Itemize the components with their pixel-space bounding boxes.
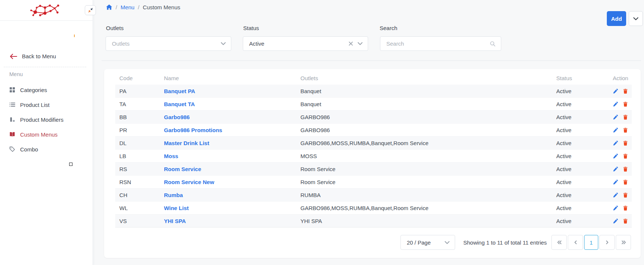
cell-status: Active	[552, 163, 609, 176]
edit-icon[interactable]	[613, 166, 618, 172]
delete-icon[interactable]	[623, 192, 628, 198]
menu-name-link[interactable]: Room Service	[164, 166, 201, 172]
table-row: LB Moss MOSS Active	[115, 150, 632, 163]
edit-icon[interactable]	[613, 114, 618, 120]
cell-code: VS	[115, 215, 160, 228]
delete-icon[interactable]	[623, 166, 628, 172]
sidebar-item-custom-menus[interactable]: Custom Menus	[0, 127, 93, 142]
menu-name-link[interactable]: Wine List	[164, 205, 189, 211]
cell-status: Active	[552, 189, 609, 202]
orange-tick	[74, 35, 75, 37]
table-row: VS YHI SPA YHI SPA Active	[115, 215, 632, 228]
clear-icon[interactable]	[349, 42, 353, 46]
cell-outlets: MOSS	[296, 150, 552, 163]
edit-icon[interactable]	[613, 205, 618, 211]
menu-name-link[interactable]: Banquet TA	[164, 101, 195, 107]
delete-icon[interactable]	[623, 114, 628, 120]
column-header-action: Action	[609, 71, 632, 85]
back-to-menu-label: Back to Menu	[22, 53, 56, 59]
sidebar-nav: Categories Product List Product Modifier…	[0, 82, 93, 157]
sidebar-item-categories[interactable]: Categories	[0, 82, 93, 97]
edit-icon[interactable]	[613, 127, 618, 133]
sidebar-item-label: Categories	[20, 87, 47, 93]
sidebar-item-label: Product Modifiers	[20, 117, 64, 123]
edit-icon[interactable]	[613, 88, 618, 94]
pagination-buttons: 1	[551, 235, 631, 250]
edit-icon[interactable]	[613, 192, 618, 198]
cell-status: Active	[552, 98, 609, 111]
table-row: DL Master Drink List GARBO986,MOSS,RUMBA…	[115, 137, 632, 150]
menu-name-link[interactable]: Master Drink List	[164, 140, 209, 146]
page-number-button[interactable]: 1	[584, 235, 598, 250]
back-to-menu-button[interactable]: Back to Menu	[9, 53, 56, 59]
cell-status: Active	[552, 124, 609, 137]
menu-name-link[interactable]: Garbo986 Promotions	[164, 127, 222, 133]
delete-icon[interactable]	[623, 153, 628, 159]
cell-status: Active	[552, 150, 609, 163]
page-size-select[interactable]: 20 / Page	[400, 235, 455, 250]
cell-code: BB	[115, 111, 160, 124]
sidebar-collapse-button[interactable]	[85, 5, 96, 15]
add-button[interactable]: Add	[607, 11, 626, 26]
cell-status: Active	[552, 202, 609, 215]
sidebar-divider	[4, 67, 86, 67]
status-filter-label: Status	[243, 25, 259, 31]
cell-code: LB	[115, 150, 160, 163]
delete-icon[interactable]	[623, 127, 628, 133]
grid-icon	[9, 87, 15, 93]
delete-icon[interactable]	[623, 205, 628, 211]
breadcrumb-link-menu[interactable]: Menu	[120, 4, 135, 10]
delete-icon[interactable]	[623, 179, 628, 185]
menu-name-link[interactable]: Banquet PA	[164, 88, 195, 94]
prev-page-button[interactable]	[568, 235, 583, 250]
edit-icon[interactable]	[613, 101, 618, 107]
double-chevron-right-icon	[621, 240, 626, 245]
sidebar-item-combo[interactable]: Combo	[0, 142, 93, 157]
cell-outlets: RUMBA	[296, 189, 552, 202]
custom-menus-card: Code Name Outlets Status Action PA Banqu…	[104, 69, 641, 258]
chevron-down-icon	[358, 42, 363, 45]
sidebar-item-label: Product List	[20, 102, 49, 108]
sidebar-item-product-list[interactable]: Product List	[0, 97, 93, 112]
add-dropdown-button[interactable]	[629, 11, 643, 26]
search-icon	[490, 41, 496, 47]
menu-name-link[interactable]: Rumba	[164, 192, 183, 198]
modifiers-icon	[9, 117, 15, 122]
table-row: PR Garbo986 Promotions GARBO986 Active	[115, 124, 632, 137]
delete-icon[interactable]	[623, 101, 628, 107]
sidebar-item-label: Custom Menus	[20, 131, 58, 138]
cell-status: Active	[552, 215, 609, 228]
cell-outlets: GARBO986	[296, 124, 552, 137]
sidebar-item-product-modifiers[interactable]: Product Modifiers	[0, 112, 93, 127]
edit-icon[interactable]	[613, 179, 618, 185]
menu-name-link[interactable]: YHI SPA	[164, 218, 186, 224]
cell-outlets: Room Service	[296, 163, 552, 176]
last-page-button[interactable]	[616, 235, 631, 250]
custom-menus-table: Code Name Outlets Status Action PA Banqu…	[115, 71, 632, 228]
tag-icon	[9, 146, 15, 152]
search-input[interactable]	[386, 40, 490, 47]
status-select[interactable]: Active	[243, 36, 368, 51]
cell-outlets: Banquet	[296, 85, 552, 98]
edit-icon[interactable]	[613, 153, 618, 159]
edit-icon[interactable]	[613, 218, 618, 224]
menu-name-link[interactable]: Moss	[164, 153, 178, 159]
delete-icon[interactable]	[623, 88, 628, 94]
edit-icon[interactable]	[613, 140, 618, 146]
stray-checkbox-square	[69, 163, 73, 166]
outlets-select[interactable]: Outlets	[106, 36, 231, 51]
delete-icon[interactable]	[623, 140, 628, 146]
delete-icon[interactable]	[623, 218, 628, 224]
next-page-button[interactable]	[599, 235, 615, 250]
cell-status: Active	[552, 176, 609, 189]
search-field	[380, 36, 501, 51]
cell-code: CH	[115, 189, 160, 202]
cell-outlets: GARBO986,MOSS,RUMBA,Banquet,Room Service	[296, 202, 552, 215]
menu-name-link[interactable]: Garbo986	[164, 114, 190, 120]
pagination-bar: 20 / Page Showing 1 to 11 of total 11 en…	[104, 235, 641, 250]
content-divider	[102, 60, 641, 61]
home-icon[interactable]	[106, 4, 112, 10]
search-label: Search	[380, 25, 397, 31]
first-page-button[interactable]	[551, 235, 567, 250]
menu-name-link[interactable]: Room Service New	[164, 179, 214, 185]
